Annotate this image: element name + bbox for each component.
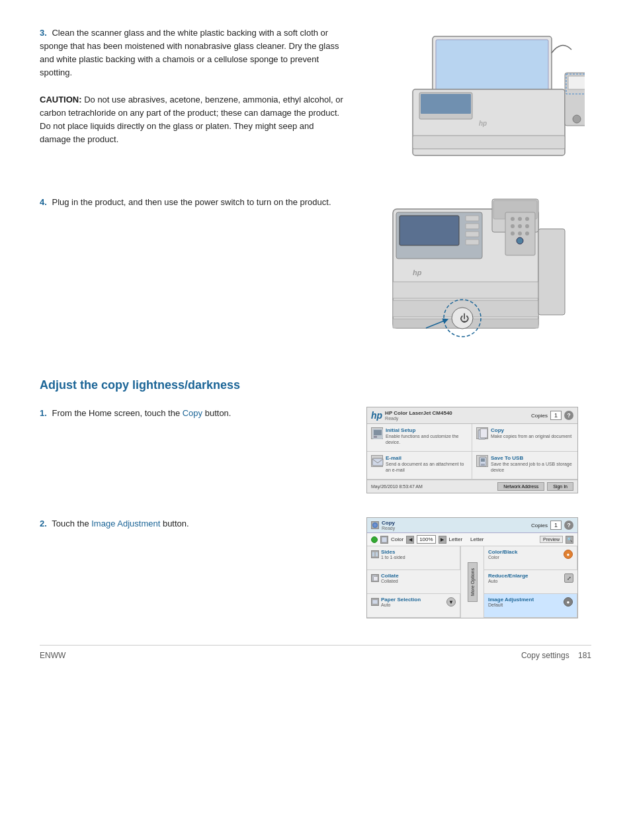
screen1-copies-value: 1 [550,411,562,420]
reduce-enlarge-value: Auto [488,579,528,583]
svg-rect-52 [376,552,378,557]
sign-in-button[interactable]: Sign In [547,482,573,491]
color-label: Color [391,536,403,542]
svg-point-27 [511,231,515,235]
section-step-1-link: Copy [183,408,202,418]
reduce-enlarge-btn[interactable]: ⤢ [564,573,573,583]
paper-selection-cell[interactable]: Paper Selection Auto ▼ [367,594,460,618]
step-4-row: 4. Plug in the product, and then use the… [40,196,591,355]
paper-sel-icon [371,598,379,606]
copy-info: Copy Make copies from an original docume… [491,427,571,439]
svg-rect-18 [466,231,479,237]
hp-home-screen: hp HP Color LaserJet CM4540 Ready Copies… [366,407,578,493]
screen2-copies-value: 1 [550,521,562,530]
save-usb-cell[interactable]: Save To USB Save the scanned job to a US… [472,452,577,480]
arrow-left-icon[interactable]: ◀ [406,536,414,544]
section-step-2-row: 2. Touch the Image Adjustment button. Co… [40,517,591,618]
copy-screen-icon [371,521,379,529]
reduce-enlarge-cell[interactable]: Reduce/Enlarge Auto ⤢ [484,570,577,594]
step-3-main-text: Clean the scanner glass and the white pl… [40,28,339,77]
svg-rect-50 [382,536,387,542]
paper-sel-title: Paper Selection [381,597,444,603]
svg-rect-15 [400,216,459,245]
paper2-label: Letter [470,536,484,542]
initial-setup-cell[interactable]: Initial Setup Enable functions and custo… [367,424,472,452]
section-step-1-post: button. [202,408,231,418]
screen2-main: Sides 1 to 1-sided [367,546,577,618]
svg-rect-51 [372,552,374,557]
save-usb-info: Save To USB Save the scanned job to a US… [491,455,573,473]
caution-text: Do not use abrasives, acetone, benzene, … [40,95,343,144]
paper-sel-btn[interactable]: ▼ [446,597,456,607]
svg-rect-46 [481,464,485,466]
printer-top-illustration: hp [373,26,585,172]
network-address-button[interactable]: Network Address [497,482,544,491]
copy-cell[interactable]: Copy Make copies from an original docume… [472,424,577,452]
svg-point-7 [573,115,581,123]
svg-text:hp: hp [413,269,422,276]
section-step-2-number: 2. [40,519,47,528]
image-adj-title: Image Adjustment [488,597,534,603]
image-adjustment-cell[interactable]: Image Adjustment Default ● [484,594,577,618]
svg-rect-47 [481,458,485,462]
svg-point-24 [511,224,515,228]
page-footer: ENWW Copy settings 181 [40,645,591,660]
paper-icon [380,536,388,544]
section-step-2-link: Image Adjustment [91,519,160,528]
printer-front-illustration: ⏻ hp [373,196,585,355]
sides-cell[interactable]: Sides 1 to 1-sided [367,546,460,570]
svg-rect-16 [466,216,479,221]
image-adj-value: Default [488,603,534,607]
more-options-area: More Options [460,546,484,618]
reduce-enlarge-title: Reduce/Enlarge [488,573,528,579]
email-title: E-mail [386,455,468,461]
section-step-2-text: 2. Touch the Image Adjustment button. [40,517,347,530]
svg-text:hp: hp [479,120,487,127]
preview-search-icon[interactable]: 🔍 [566,536,573,544]
svg-rect-43 [480,429,487,438]
section-heading: Adjust the copy lightness/darkness [40,378,591,392]
collate-cell[interactable]: Collate Collated [367,570,460,594]
email-desc: Send a document as an attachment to an e… [386,461,468,473]
save-usb-icon [476,455,488,467]
screen2-container: Copy Ready Copies 1 ? Color [366,517,591,618]
svg-rect-40 [374,430,382,435]
step-3-image: hp [366,26,591,172]
image-adj-btn[interactable]: ● [564,597,573,607]
preview-button[interactable]: Preview [540,536,563,543]
hp-logo: hp [371,410,382,421]
collate-title: Collate [381,573,399,579]
initial-setup-icon [371,427,383,439]
screen1-title: HP Color LaserJet CM4540 [385,410,452,416]
svg-point-25 [518,224,522,228]
collate-icon [371,574,379,582]
section-step-2-post: button. [160,519,189,528]
step-3-row: 3. Clean the scanner glass and the white… [40,26,591,172]
page-content: 3. Clean the scanner glass and the white… [40,26,591,660]
initial-setup-title: Initial Setup [386,427,468,433]
svg-rect-5 [413,136,565,149]
screen2-title: Copy [382,520,395,526]
svg-rect-54 [374,577,378,581]
copy-title: Copy [491,427,571,433]
color-btn[interactable]: ● [564,550,573,559]
svg-rect-55 [372,600,378,605]
email-icon [371,455,383,467]
more-options-button[interactable]: More Options [468,562,478,602]
svg-point-26 [525,224,529,228]
svg-point-29 [525,231,529,235]
initial-setup-desc: Enable functions and customize the devic… [386,433,468,445]
color-black-cell[interactable]: Color/Black Color ● [484,546,577,570]
screen1-footer-date: May/26/2010 8:53:47 AM [371,484,423,489]
paper-sel-value: Auto [381,603,444,607]
step-4-text: 4. Plug in the product, and then use the… [40,196,347,209]
arrow-right-icon[interactable]: ▶ [439,536,446,544]
svg-point-28 [518,231,522,235]
save-usb-title: Save To USB [491,455,573,461]
email-cell[interactable]: E-mail Send a document as an attachment … [367,452,472,480]
step-4-main-text: Plug in the product, and then use the po… [52,197,331,207]
screen1-subtitle: Ready [385,416,452,421]
screen1-header: hp HP Color LaserJet CM4540 Ready Copies… [367,407,577,424]
svg-text:⏻: ⏻ [460,313,469,323]
screen1-grid: Initial Setup Enable functions and custo… [367,424,577,480]
